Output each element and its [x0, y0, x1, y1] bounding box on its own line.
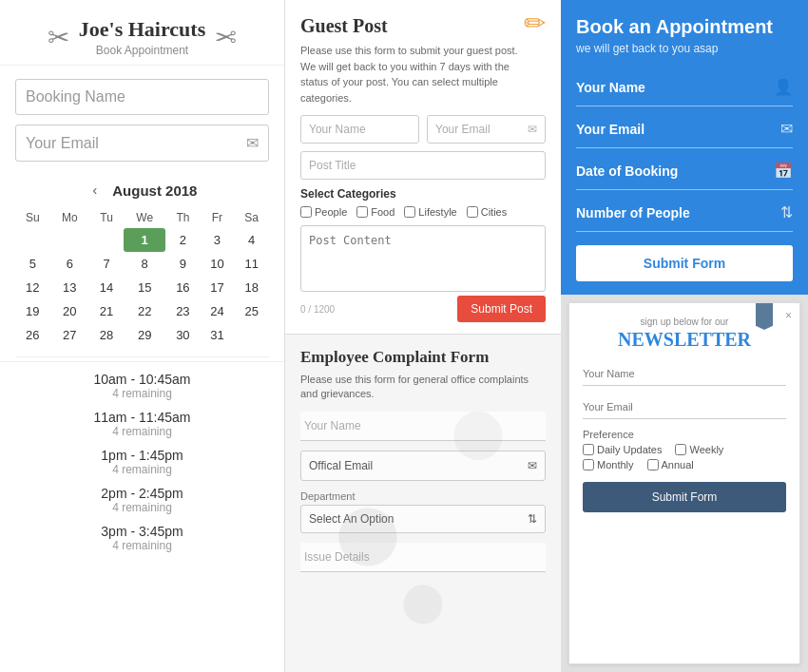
cal-day-header: Sa	[234, 207, 269, 228]
cal-day[interactable]: 28	[89, 323, 124, 347]
complaint-title: Employee Complaint Form	[300, 348, 546, 367]
cal-day[interactable]: 15	[124, 276, 165, 299]
complaint-description: Please use this form for general office …	[300, 373, 546, 402]
cal-day[interactable]: 16	[165, 276, 200, 299]
email-icon: ✉	[246, 134, 259, 152]
category-label: Lifestyle	[418, 206, 456, 218]
category-item[interactable]: Lifestyle	[404, 206, 456, 218]
pencil-icon: ✏	[524, 8, 546, 39]
time-slot[interactable]: 3pm - 3:45pm4 remaining	[15, 524, 269, 552]
newsletter-preference-item[interactable]: Weekly	[675, 444, 723, 455]
cal-day[interactable]: 31	[200, 323, 234, 347]
time-slot[interactable]: 2pm - 2:45pm4 remaining	[15, 486, 269, 514]
newsletter-widget: × sign up below for our NEWSLETTER Prefe…	[568, 302, 800, 664]
category-label: Cities	[481, 206, 508, 218]
cal-day[interactable]: 3	[200, 228, 234, 252]
preference-checkbox[interactable]	[583, 459, 594, 470]
time-slot-remaining: 4 remaining	[15, 539, 269, 552]
complaint-form: Employee Complaint Form Please use this …	[285, 335, 561, 672]
gp-title-input[interactable]: Post Title	[300, 151, 546, 180]
category-checkbox[interactable]	[356, 206, 368, 218]
booking-email-input[interactable]: Your Email ✉	[15, 125, 269, 162]
preference-label: Daily Updates	[597, 444, 662, 455]
category-checkbox[interactable]	[404, 206, 415, 218]
gp-email-input[interactable]: Your Email ✉	[427, 115, 546, 144]
preference-checkbox[interactable]	[583, 444, 594, 455]
post-content-input[interactable]	[300, 225, 546, 292]
time-slot[interactable]: 1pm - 1:45pm4 remaining	[15, 448, 269, 476]
cal-day[interactable]: 26	[15, 323, 50, 347]
cal-day[interactable]: 29	[124, 323, 165, 347]
cal-day[interactable]: 1	[124, 228, 165, 252]
cf-name-input[interactable]: Your Name	[300, 412, 546, 441]
guest-post-description: Please use this form to submit your gues…	[300, 43, 524, 106]
guest-post-title: Guest Post	[300, 15, 524, 37]
cal-day[interactable]: 13	[50, 276, 90, 299]
cal-day[interactable]: 22	[124, 299, 165, 323]
cal-day[interactable]: 18	[234, 276, 269, 299]
cal-day[interactable]: 23	[165, 299, 200, 323]
time-slot[interactable]: 11am - 11:45am4 remaining	[15, 410, 269, 438]
ba-email-label: Your Email	[576, 122, 644, 137]
preference-checkbox[interactable]	[675, 444, 686, 455]
category-checkbox[interactable]	[467, 206, 478, 218]
newsletter-preference-item[interactable]: Monthly	[583, 459, 634, 470]
guest-post-form: Guest Post Please use this form to submi…	[285, 0, 561, 335]
gp-name-input[interactable]: Your Name	[300, 115, 419, 144]
time-slot-remaining: 4 remaining	[15, 387, 269, 400]
cal-day[interactable]: 9	[165, 252, 200, 276]
cal-day[interactable]: 19	[15, 299, 50, 323]
submit-post-button[interactable]: Submit Post	[457, 296, 546, 322]
cal-day[interactable]: 24	[200, 299, 234, 323]
cal-day-header: Tu	[89, 207, 124, 228]
cal-day[interactable]: 7	[89, 252, 124, 276]
ba-submit-button[interactable]: Submit Form	[576, 245, 793, 281]
category-label: People	[315, 206, 347, 218]
time-slot-remaining: 4 remaining	[15, 463, 269, 476]
ba-email-icon: ✉	[780, 120, 793, 138]
category-item[interactable]: Food	[356, 206, 394, 218]
ba-date-label: Date of Booking	[576, 163, 678, 179]
newsletter-preference-item[interactable]: Daily Updates	[583, 444, 662, 455]
newsletter-name-input[interactable]	[583, 362, 786, 386]
time-slot[interactable]: 10am - 10:45am4 remaining	[15, 372, 269, 400]
booking-name-input[interactable]: Booking Name	[15, 79, 269, 115]
cf-email-input[interactable]: Offical Email ✉	[300, 451, 546, 481]
cal-day[interactable]: 25	[234, 299, 269, 323]
cal-prev-button[interactable]: ‹	[87, 181, 104, 200]
newsletter-email-input[interactable]	[583, 395, 786, 419]
cal-day	[89, 228, 124, 252]
cal-day[interactable]: 20	[50, 299, 90, 323]
cal-day[interactable]: 4	[234, 228, 269, 252]
cf-department-select[interactable]: Select An Option ⇅	[300, 505, 546, 533]
haircuts-panel: ✂ Joe's Haircuts Book Appointment ✂ Book…	[0, 0, 285, 672]
cal-day[interactable]: 21	[89, 299, 124, 323]
cal-day[interactable]: 14	[89, 276, 124, 299]
newsletter-submit-button[interactable]: Submit Form	[583, 482, 786, 512]
cal-day[interactable]: 5	[15, 252, 50, 276]
gp-email-icon: ✉	[528, 123, 537, 136]
cal-day[interactable]: 17	[200, 276, 234, 299]
cal-day-header: Mo	[50, 207, 90, 228]
calendar-table: SuMoTuWeThFrSa 1234567891011121314151617…	[15, 207, 269, 347]
cf-department-default: Select An Option	[309, 512, 394, 526]
preference-label: Annual	[662, 459, 694, 470]
time-slot-time: 10am - 10:45am	[15, 372, 269, 387]
category-item[interactable]: People	[300, 206, 347, 218]
category-checkbox[interactable]	[300, 206, 312, 218]
newsletter-preference-item[interactable]: Annual	[647, 459, 694, 470]
cal-day[interactable]: 10	[200, 252, 234, 276]
cal-day[interactable]: 2	[165, 228, 200, 252]
newsletter-preference-label: Preference	[583, 429, 786, 440]
category-item[interactable]: Cities	[467, 206, 508, 218]
newsletter-preferences: Daily UpdatesWeeklyMonthlyAnnual	[583, 444, 786, 470]
cal-day[interactable]: 8	[124, 252, 165, 276]
cal-day[interactable]: 30	[165, 323, 200, 347]
preference-checkbox[interactable]	[647, 459, 659, 470]
cal-day[interactable]: 11	[234, 252, 269, 276]
cf-issue-input[interactable]: Issue Details	[300, 543, 546, 572]
newsletter-close-button[interactable]: ×	[785, 309, 792, 322]
cal-day[interactable]: 27	[50, 323, 90, 347]
cal-day[interactable]: 6	[50, 252, 90, 276]
cal-day[interactable]: 12	[15, 276, 50, 299]
